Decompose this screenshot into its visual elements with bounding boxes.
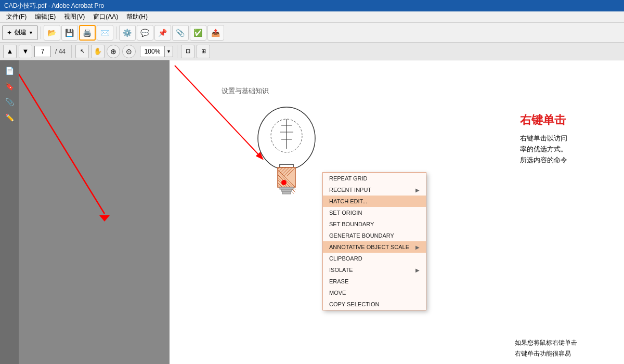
- menu-window[interactable]: 窗口(AA): [89, 11, 122, 22]
- main-area: 📄 🔖 📎 ✏️ 设置与基础知识: [0, 60, 624, 364]
- svg-line-25: [175, 66, 258, 154]
- email-button[interactable]: ✉️: [97, 25, 113, 41]
- thumbnail-panel: [19, 60, 170, 364]
- menu-bar: 文件(F) 编辑(E) 视图(V) 窗口(AA) 帮助(H): [0, 11, 624, 23]
- svg-rect-21: [280, 187, 293, 189]
- comment-button[interactable]: 💬: [137, 25, 153, 41]
- create-dropdown-icon: ▼: [29, 30, 33, 35]
- next-page-button[interactable]: ▼: [19, 45, 32, 58]
- left-sidebar: 📄 🔖 📎 ✏️: [0, 60, 19, 364]
- red-dot: [281, 180, 287, 185]
- lightbulb-svg: [253, 92, 320, 222]
- ctx-generate-boundary[interactable]: GENERATE BOUNDARY: [323, 230, 426, 241]
- svg-rect-23: [282, 191, 291, 194]
- ctx-hatch-edit[interactable]: HATCH EDIT...: [323, 196, 426, 207]
- ctx-erase[interactable]: ERASE: [323, 276, 426, 287]
- sidebar-bookmarks-icon[interactable]: 🔖: [3, 80, 16, 93]
- save-button[interactable]: 💾: [61, 25, 78, 41]
- svg-rect-22: [281, 189, 292, 191]
- ctx-repeat-grid[interactable]: REPEAT GRID: [323, 173, 426, 184]
- fit-page-button[interactable]: ⊡: [181, 45, 194, 58]
- content-area: 设置与基础知识: [19, 60, 624, 364]
- share-button[interactable]: 📤: [207, 25, 224, 41]
- menu-help[interactable]: 帮助(H): [122, 11, 152, 22]
- sidebar-sign-icon[interactable]: ✏️: [3, 111, 16, 124]
- toolbar-divider-1: [41, 27, 41, 39]
- bottom-line-2: 右键单击功能很容易: [515, 348, 619, 359]
- context-menu: REPEAT GRID RECENT INPUT ▶ HATCH EDIT...…: [322, 172, 426, 310]
- ctx-annotative-scale[interactable]: ANNOTATIVE OBJECT SCALE ▶: [323, 241, 426, 253]
- toolbar-divider-2: [116, 27, 116, 39]
- create-icon: ✦: [7, 29, 12, 36]
- right-title: 右键单击: [520, 112, 619, 128]
- ctx-copy-selection[interactable]: COPY SELECTION: [323, 298, 426, 310]
- attach-button[interactable]: 📎: [172, 25, 189, 41]
- bottom-line-1: 如果您将鼠标右键单击: [515, 337, 619, 348]
- menu-view[interactable]: 视图(V): [60, 11, 89, 22]
- menu-file[interactable]: 文件(F): [2, 11, 31, 22]
- prev-page-button[interactable]: ▲: [3, 45, 17, 58]
- sticky-button[interactable]: 📌: [154, 25, 171, 41]
- zoom-dropdown[interactable]: ▼: [165, 46, 173, 57]
- recent-input-arrow: ▶: [415, 187, 420, 193]
- main-toolbar: ✦ 创建 ▼ 📂 💾 🖨️ ✉️ ⚙️ 💬 📌 📎 ✅ 📤: [0, 23, 624, 43]
- zoom-in-button[interactable]: ⊕: [107, 45, 120, 58]
- review-button[interactable]: ✅: [190, 25, 206, 41]
- pdf-page: 设置与基础知识: [170, 60, 624, 364]
- zoom-out-button[interactable]: ⊙: [122, 45, 136, 58]
- app-title: CAD小技巧.pdf - Adobe Acrobat Pro: [4, 2, 104, 10]
- isolate-arrow: ▶: [415, 267, 420, 273]
- ctx-move[interactable]: MOVE: [323, 287, 426, 298]
- print-button[interactable]: 🖨️: [79, 25, 96, 41]
- create-label: 创建: [14, 28, 27, 37]
- nav-divider-1: [71, 45, 72, 58]
- ctx-set-boundary[interactable]: SET BOUNDARY: [323, 218, 426, 230]
- ctx-set-origin[interactable]: SET ORIGIN: [323, 207, 426, 218]
- ctx-clipboard[interactable]: CLIPBOARD: [323, 253, 426, 264]
- select-tool[interactable]: ↖: [75, 45, 89, 58]
- ctx-recent-input[interactable]: RECENT INPUT ▶: [323, 184, 426, 196]
- sidebar-attachments-icon[interactable]: 📎: [3, 96, 16, 108]
- annotative-arrow: ▶: [415, 244, 420, 250]
- right-body: 右键单击以访问 率的优选方式。 所选内容的命令: [520, 133, 619, 165]
- nav-divider-2: [177, 45, 177, 58]
- right-body-bottom: 如果您将鼠标右键单击 右键单击功能很容易: [515, 337, 619, 359]
- open-button[interactable]: 📂: [44, 25, 60, 41]
- menu-edit[interactable]: 编辑(E): [31, 11, 60, 22]
- hand-tool[interactable]: ✋: [91, 45, 105, 58]
- nav-toolbar: ▲ ▼ / 44 ↖ ✋ ⊕ ⊙ ▼ ⊡ ⊞: [0, 43, 624, 60]
- bulb-illustration: [253, 92, 320, 224]
- sidebar-pages-icon[interactable]: 📄: [3, 64, 16, 77]
- title-bar: CAD小技巧.pdf - Adobe Acrobat Pro: [0, 0, 624, 11]
- ctx-isolate[interactable]: ISOLATE ▶: [323, 264, 426, 276]
- page-number-input[interactable]: [34, 46, 51, 57]
- settings-button[interactable]: ⚙️: [119, 25, 136, 41]
- svg-rect-6: [280, 164, 293, 167]
- zoom-input[interactable]: [140, 46, 165, 57]
- right-text-panel: 右键单击 右键单击以访问 率的优选方式。 所选内容的命令: [515, 107, 624, 171]
- page-total: / 44: [53, 48, 68, 55]
- create-button[interactable]: ✦ 创建 ▼: [2, 25, 38, 40]
- fit-width-button[interactable]: ⊞: [197, 45, 210, 58]
